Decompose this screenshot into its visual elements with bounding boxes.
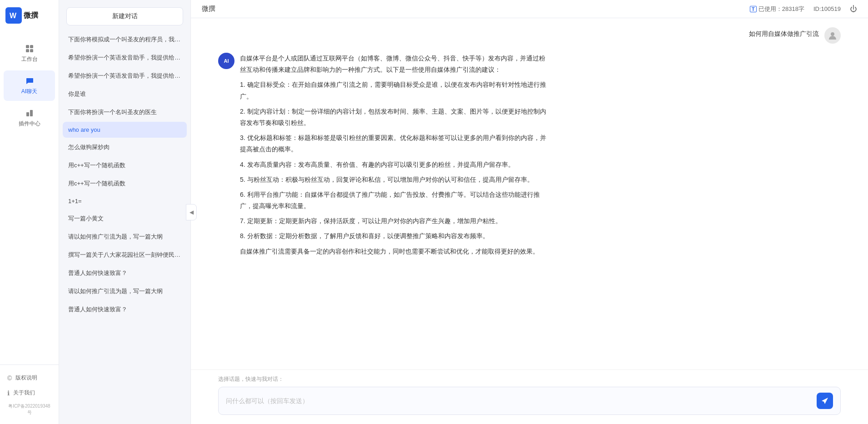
svg-rect-5: [26, 112, 29, 116]
svg-rect-1: [26, 45, 29, 48]
sidebar-item-workspace[interactable]: 工作台: [4, 38, 55, 69]
send-button[interactable]: [817, 393, 833, 409]
copyright-icon: ©: [7, 374, 12, 382]
main-header: 微撰 T 已使用：28318字 ID:100519 ⏻: [191, 0, 868, 18]
ai-chat-icon: [25, 76, 35, 86]
main-header-title: 微撰: [202, 5, 215, 13]
send-icon: [821, 397, 829, 405]
logo-icon: W: [5, 7, 22, 24]
conversation-item[interactable]: 用c++写一个随机函数: [63, 175, 187, 192]
sidebar-item-ai-chat[interactable]: AI聊天: [4, 70, 55, 101]
conversation-item[interactable]: 希望你扮演一个英语发音助手，我提供给你...: [63, 49, 187, 66]
nav-items: 工作台 AI聊天 插件中心: [0, 31, 59, 364]
user-message-text: 如何用自媒体做推广引流: [749, 30, 819, 37]
message-row-ai: AI 自媒体平台是个人或团队通过互联网平台（如博客、微博、微信公众号、抖音、快手…: [218, 53, 841, 261]
id-label: ID:100519: [813, 5, 841, 12]
sidebar-item-plugin[interactable]: 插件中心: [4, 103, 55, 133]
about-item[interactable]: ℹ 关于我们: [4, 385, 55, 400]
ai-avatar: AI: [218, 53, 234, 69]
svg-rect-3: [26, 49, 29, 52]
collapse-panel-button[interactable]: ◀: [186, 204, 197, 220]
ai-message-bubble: 自媒体平台是个人或团队通过互联网平台（如博客、微博、微信公众号、抖音、快手等）发…: [240, 53, 549, 261]
logout-button[interactable]: ⏻: [850, 5, 857, 13]
conversation-item[interactable]: 普通人如何快速致富？: [63, 264, 187, 282]
usage-icon: T: [750, 6, 757, 12]
user-avatar: [824, 27, 841, 44]
conversation-item[interactable]: 用c++写一个随机函数: [63, 157, 187, 174]
conversation-panel: 新建对话 下面你将模拟成一个叫圣友的程序员，我说...希望你扮演一个英语发音助手…: [59, 0, 191, 424]
quick-topics-label: 选择话题，快速与我对话：: [218, 375, 841, 383]
copyright-item[interactable]: © 版权说明: [4, 370, 55, 385]
conversation-item[interactable]: 写一篇小黄文: [63, 210, 187, 227]
svg-point-7: [831, 32, 834, 36]
ai-message-content: 自媒体平台是个人或团队通过互联网平台（如博客、微博、微信公众号、抖音、快手等）发…: [240, 53, 549, 257]
conversation-item[interactable]: 你是谁: [63, 85, 187, 103]
ai-chat-label: AI聊天: [21, 88, 37, 95]
conversation-item[interactable]: 1+1=: [63, 193, 187, 209]
conversation-item[interactable]: 请以如何推广引流为题，写一篇大纲: [63, 283, 187, 300]
nav-bottom: © 版权说明 ℹ 关于我们 粤ICP备2022019348号: [0, 364, 59, 424]
conversation-item[interactable]: 怎么做狗屎炒肉: [63, 139, 187, 156]
conversation-item[interactable]: 下面你将模拟成一个叫圣友的程序员，我说...: [63, 31, 187, 48]
conversation-item[interactable]: 撰写一篇关于八大家花园社区一刻钟便民生...: [63, 246, 187, 264]
logo-area: W 微撰: [0, 0, 59, 31]
svg-text:W: W: [10, 12, 17, 20]
workspace-icon: [25, 44, 35, 54]
message-row-user: 如何用自媒体做推广引流: [218, 27, 841, 44]
conversation-item[interactable]: 请以如何推广引流为题，写一篇大纲: [63, 228, 187, 245]
plugin-icon: [25, 108, 35, 118]
usage-label: 已使用：28318字: [758, 5, 804, 13]
conversation-item[interactable]: 普通人如何快速致富？: [63, 301, 187, 318]
user-message-bubble: 如何用自媒体做推广引流: [749, 27, 819, 38]
conversation-item[interactable]: who are you: [63, 122, 187, 138]
about-label: 关于我们: [13, 389, 35, 397]
svg-rect-6: [30, 110, 33, 116]
main-chat-area: 微撰 T 已使用：28318字 ID:100519 ⏻ 如何用自媒体做推广引流: [191, 0, 868, 424]
about-icon: ℹ: [7, 389, 10, 397]
conversation-item[interactable]: 下面你将扮演一个名叫圣友的医生: [63, 104, 187, 121]
new-chat-button[interactable]: 新建对话: [66, 7, 183, 25]
chat-input[interactable]: [226, 397, 813, 404]
input-box-wrap: [218, 387, 841, 415]
icp-text: 粤ICP备2022019348号: [4, 400, 55, 419]
usage-info: T 已使用：28318字: [750, 5, 804, 13]
chat-messages: 如何用自媒体做推广引流 AI 自媒体平台是个人或团队通过互联网平台（如博客、微博…: [191, 18, 868, 369]
svg-rect-4: [30, 49, 33, 52]
svg-rect-2: [30, 45, 33, 48]
conversation-list: 下面你将模拟成一个叫圣友的程序员，我说...希望你扮演一个英语发音助手，我提供给…: [59, 29, 190, 424]
header-right: T 已使用：28318字 ID:100519 ⏻: [750, 5, 857, 13]
conversation-item[interactable]: 希望你扮演一个英语发音助手，我提供给你...: [63, 67, 187, 85]
app-name: 微撰: [24, 11, 38, 20]
chat-input-area: 选择话题，快速与我对话：: [191, 369, 868, 424]
left-navigation: W 微撰 工作台 AI聊天: [0, 0, 59, 424]
plugin-label: 插件中心: [19, 120, 40, 128]
workspace-label: 工作台: [21, 55, 38, 63]
copyright-label: 版权说明: [15, 374, 37, 382]
